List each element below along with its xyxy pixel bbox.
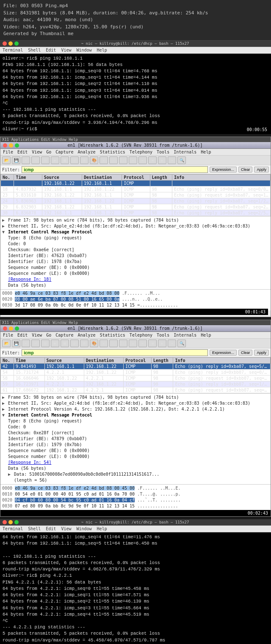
ws-menu-capture[interactable]: Capture: [55, 150, 73, 154]
maximize-button-1[interactable]: [14, 41, 19, 46]
tb2-capture-start[interactable]: ▶: [51, 340, 59, 347]
ws-maximize-2[interactable]: [15, 326, 19, 331]
tb2-jump-prev[interactable]: ◀: [148, 340, 157, 347]
tb2-jump-last[interactable]: ⇥: [168, 340, 176, 347]
tb2-close[interactable]: ✕: [22, 340, 30, 347]
filter-expression-btn-1[interactable]: Expression...: [210, 167, 237, 173]
table-row[interactable]: 61 17.686672 192.168.1.22 4.2.2.1 ICMP 9…: [1, 387, 271, 393]
table-row[interactable]: 58 16.686046 192.168.1.22 4.2.2.1 ICMP 9…: [1, 375, 271, 381]
tb2-filter-list[interactable]: ≡: [80, 340, 88, 347]
tb-zoom-in[interactable]: +: [100, 156, 108, 164]
ws2-menu-tools[interactable]: Tools: [157, 333, 169, 337]
tb-zoom-reset[interactable]: 1:1: [119, 156, 127, 164]
tb-colorize[interactable]: 🎨: [90, 156, 98, 164]
filter-input-2[interactable]: [22, 349, 208, 356]
expand-arrow-icmp-1[interactable]: ▼: [2, 230, 5, 234]
expand-data-2[interactable]: ▶: [8, 472, 11, 477]
ws-menu-view[interactable]: View: [32, 150, 42, 154]
tb2-zoom-out[interactable]: -: [109, 340, 118, 347]
tb-find[interactable]: 🔍: [177, 156, 186, 164]
ws2-menu-analyze[interactable]: Analyze: [77, 333, 95, 337]
table-row[interactable]: 54 15.731724 4.2.2.1 192.168.1.22 ICMP 9…: [1, 370, 271, 375]
ws2-menu-telephony[interactable]: Telephony: [130, 333, 152, 337]
filter-clear-btn-1[interactable]: Clear: [238, 167, 253, 173]
tb2-capture-restart[interactable]: ↺: [70, 340, 79, 347]
tb-jump-prev[interactable]: ◀: [148, 156, 157, 164]
filter-clear-btn-2[interactable]: Clear: [238, 350, 253, 356]
ws-minimize-2[interactable]: [9, 326, 13, 331]
tb-jump-last[interactable]: ⇥: [168, 156, 176, 164]
ws-menu-help[interactable]: Help: [201, 150, 211, 154]
tb2-find[interactable]: 🔍: [177, 340, 186, 347]
maximize-button-2[interactable]: [14, 520, 19, 524]
response-link[interactable]: [Response In: 18]: [8, 277, 51, 282]
tb2-capture-stop[interactable]: ■: [61, 340, 69, 347]
table-row[interactable]: 192.168.1.22 192.168.1.1 ICMP: [1, 181, 271, 186]
ws-menu-statistics[interactable]: Statistics: [100, 150, 125, 154]
filter-apply-btn-1[interactable]: Apply: [254, 167, 269, 173]
ws-close-2[interactable]: [3, 326, 7, 331]
tb-resize[interactable]: ⇔: [129, 156, 137, 164]
ws-minimize-1[interactable]: [9, 143, 13, 148]
close-button-1[interactable]: [3, 41, 7, 46]
tb2-resize[interactable]: ⇔: [129, 340, 137, 347]
tb-save[interactable]: 💾: [12, 156, 20, 164]
ws2-menu-capture[interactable]: Capture: [55, 333, 73, 337]
ws2-menu-file[interactable]: File: [3, 333, 13, 337]
tb-open[interactable]: 📂: [2, 156, 11, 164]
tb2-jump-first[interactable]: ⇤: [138, 340, 147, 347]
ws-menu-tools[interactable]: Tools: [157, 150, 169, 154]
minimize-button-1[interactable]: [8, 41, 13, 46]
ws2-menu-statistics[interactable]: Statistics: [100, 333, 125, 337]
tb2-jump-next[interactable]: ▶: [158, 340, 166, 347]
menu2-view[interactable]: View: [61, 526, 71, 531]
menu2-edit[interactable]: Edit: [46, 526, 56, 531]
ws2-menu-view[interactable]: View: [32, 333, 42, 337]
ws-maximize-1[interactable]: [15, 143, 19, 148]
tb-reload[interactable]: ↩: [31, 156, 40, 164]
tb2-save[interactable]: 💾: [12, 340, 20, 347]
menu-window[interactable]: Window: [76, 48, 91, 52]
tb-jump-next[interactable]: ▶: [158, 156, 166, 164]
ws-menu-analyze[interactable]: Analyze: [77, 150, 95, 154]
menu2-window[interactable]: Window: [76, 526, 91, 531]
tb2-capture-opts[interactable]: ⚙: [41, 340, 50, 347]
ws-menu-edit[interactable]: Edit: [17, 150, 28, 154]
menu-terminal[interactable]: Terminal: [3, 48, 23, 52]
minimize-button-2[interactable]: [8, 520, 13, 524]
menu2-terminal[interactable]: Terminal: [3, 526, 23, 531]
filter-apply-btn-2[interactable]: Apply: [254, 350, 269, 356]
tb-capture-restart[interactable]: ↺: [70, 156, 79, 164]
tb-capture-stop[interactable]: ■: [61, 156, 69, 164]
filter-expression-btn-2[interactable]: Expression...: [210, 350, 237, 356]
tb-zoom-out[interactable]: -: [109, 156, 118, 164]
expand-arrow-icmp-2[interactable]: ▼: [2, 413, 5, 417]
tb-jump-first[interactable]: ⇤: [138, 156, 147, 164]
expand-arrow-ip-2[interactable]: ▶: [2, 407, 5, 411]
table-row[interactable]: 18 4.837932 192.168.1.1 192.168.1.22 ICM…: [1, 186, 271, 192]
ws-menu-telephony[interactable]: Telephony: [130, 150, 152, 154]
menu-view[interactable]: View: [61, 48, 71, 52]
menu2-shell[interactable]: Shell: [28, 526, 41, 531]
ws2-menu-edit[interactable]: Edit: [17, 333, 28, 337]
expand-arrow-eth-1[interactable]: ▶: [2, 224, 5, 228]
tb2-zoom-reset[interactable]: 1:1: [119, 340, 127, 347]
tb2-reload[interactable]: ↩: [31, 340, 40, 347]
close-button-2[interactable]: [3, 520, 7, 524]
table-row[interactable]: 23 5.831610 192.168.1.22 192.168.1.1 ICM…: [1, 192, 271, 198]
tb-close[interactable]: ✕: [22, 156, 30, 164]
ws2-menu-help[interactable]: Help: [201, 333, 211, 337]
ws-menu-go[interactable]: Go: [46, 150, 51, 154]
ws-close-1[interactable]: [3, 143, 7, 148]
table-row[interactable]: 59 16.723971 4.2.2.1 192.168.1.22 ICMP 9…: [1, 381, 271, 387]
expand-arrow-frame-1[interactable]: ▶: [2, 218, 5, 222]
menu2-help[interactable]: Help: [97, 526, 107, 531]
ws-menu-internals[interactable]: Internals: [174, 150, 196, 154]
table-row[interactable]: 24 5.836963 192.168.1.1 192.168.1.22 ICM…: [1, 198, 271, 204]
tb-filter-list[interactable]: ≡: [80, 156, 88, 164]
tb2-open[interactable]: 📂: [2, 340, 11, 347]
ws2-menu-go[interactable]: Go: [46, 333, 51, 337]
table-row[interactable]: 29 6.832903 192.168.1.22 192.168.1.1 ICM…: [1, 204, 271, 210]
tb2-colorize[interactable]: 🎨: [90, 340, 98, 347]
tb-capture-start[interactable]: ▶: [51, 156, 59, 164]
